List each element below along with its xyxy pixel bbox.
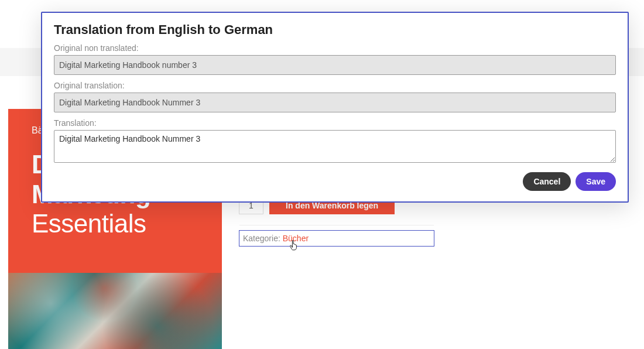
product-art	[8, 273, 222, 349]
modal-title: Translation from English to German	[54, 22, 616, 37]
category-label: Kategorie:	[243, 234, 283, 243]
translation-label: Translation:	[54, 118, 616, 128]
original-field	[54, 55, 616, 75]
cover-line3: Essentials	[32, 209, 146, 238]
modal-actions: Cancel Save	[54, 172, 616, 191]
translation-field[interactable]	[54, 130, 616, 163]
category-link[interactable]: Bücher	[283, 234, 309, 243]
translation-modal: Translation from English to German Origi…	[41, 12, 629, 203]
cancel-button[interactable]: Cancel	[523, 172, 571, 191]
orig-trans-label: Original translation:	[54, 81, 616, 90]
original-label: Original non translated:	[54, 43, 616, 53]
save-button[interactable]: Save	[576, 172, 616, 191]
category-box[interactable]: Kategorie: Bücher	[239, 230, 434, 247]
orig-trans-field	[54, 93, 616, 112]
